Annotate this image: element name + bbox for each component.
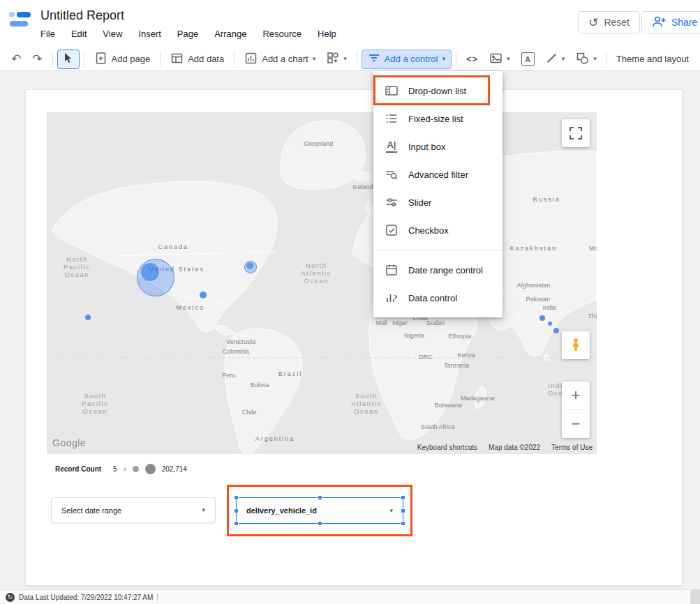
looker-studio-app: Untitled Report File Edit View Insert Pa…: [0, 0, 700, 604]
line-icon: [546, 52, 558, 66]
legend-bubble-small: [124, 468, 126, 471]
app-header: Untitled Report File Edit View Insert Pa…: [0, 0, 700, 47]
advanced-filter-icon: [385, 167, 399, 181]
reset-button[interactable]: ↺ Reset: [578, 11, 640, 33]
data-studio-logo-icon[interactable]: [8, 10, 32, 31]
legend-bubble-medium: [133, 466, 139, 472]
report-canvas: GreenlandIcelandCanadaUnited StatesMexic…: [0, 71, 700, 589]
menu-file[interactable]: File: [40, 29, 55, 39]
fullscreen-button[interactable]: [562, 119, 590, 147]
chevron-down-icon: ▾: [442, 56, 445, 62]
chevron-down-icon: ▾: [313, 56, 316, 62]
text-tool-button[interactable]: A: [516, 50, 540, 69]
scrollbar-corner: [690, 590, 700, 604]
menu-arrange[interactable]: Arrange: [214, 29, 246, 39]
zoom-out-button[interactable]: −: [562, 410, 590, 438]
map-bubble: [539, 315, 545, 321]
map-bubble: [246, 262, 253, 269]
date-range-control[interactable]: Select date range ▾: [51, 497, 216, 523]
redo-icon: ↷: [32, 53, 42, 65]
selection-handle[interactable]: [234, 495, 239, 500]
menu-item-input-box[interactable]: A| Input box: [373, 133, 502, 160]
select-tool-button[interactable]: [57, 50, 80, 69]
google-maps-logo: Google: [52, 437, 86, 448]
menu-item-label: Advanced filter: [408, 169, 468, 180]
menu-divider: [373, 250, 502, 250]
fixed-size-list-icon: [385, 112, 399, 126]
add-control-menu: Drop-down list Fixed-size list A| Input …: [373, 71, 502, 317]
add-data-button[interactable]: Add data: [165, 50, 230, 69]
add-chart-icon: [244, 52, 258, 67]
add-data-label: Add data: [188, 54, 224, 64]
menu-item-drop-down-list[interactable]: Drop-down list: [373, 77, 502, 105]
dropdown-list-control-selected[interactable]: delivery_vehicle_id ▾: [236, 497, 403, 524]
pegman-button[interactable]: [562, 331, 590, 359]
menu-page[interactable]: Page: [177, 29, 198, 39]
redo-button[interactable]: ↷: [27, 50, 47, 69]
chevron-down-icon: ▾: [389, 508, 393, 514]
menu-insert[interactable]: Insert: [138, 29, 161, 39]
map-bubble: [200, 292, 207, 299]
selection-handle[interactable]: [401, 495, 405, 500]
menu-item-label: Drop-down list: [408, 86, 466, 96]
legend-bubble-large: [145, 464, 156, 474]
selection-handle[interactable]: [401, 521, 405, 526]
image-tool-button[interactable]: ▾: [484, 50, 516, 69]
share-button[interactable]: Share: [641, 11, 700, 33]
selection-handle[interactable]: [234, 508, 239, 513]
text-icon: A: [521, 52, 535, 66]
menu-item-label: Data control: [408, 293, 457, 303]
toolbar-divider: [606, 52, 606, 66]
undo-button[interactable]: ↶: [6, 50, 27, 69]
selection-handle[interactable]: [234, 521, 239, 526]
menu-edit[interactable]: Edit: [71, 29, 87, 39]
theme-label: Theme and layout: [616, 54, 689, 64]
keyboard-shortcuts-link[interactable]: Keyboard shortcuts: [417, 444, 477, 451]
line-tool-button[interactable]: ▾: [540, 50, 571, 69]
selection-handle[interactable]: [401, 508, 405, 513]
add-chart-button[interactable]: Add a chart ▾: [239, 50, 321, 69]
toolbar-divider: [84, 52, 84, 66]
menu-item-label: Checkbox: [408, 225, 449, 236]
report-title[interactable]: Untitled Report: [40, 8, 124, 23]
fullscreen-icon: [568, 126, 583, 141]
data-control-icon: [385, 291, 399, 305]
selection-handle[interactable]: [318, 495, 322, 500]
add-page-button[interactable]: Add page: [89, 50, 156, 69]
code-icon: <>: [466, 54, 478, 64]
cursor-icon: [64, 52, 73, 66]
terms-of-use-link[interactable]: Terms of Use: [551, 444, 593, 451]
add-page-label: Add page: [112, 54, 151, 64]
menu-item-advanced-filter[interactable]: Advanced filter: [373, 160, 502, 188]
menu-item-checkbox[interactable]: Checkbox: [373, 216, 502, 244]
menu-item-slider[interactable]: Slider: [373, 188, 502, 216]
date-range-label: Select date range: [61, 506, 121, 515]
menu-help[interactable]: Help: [318, 29, 336, 39]
status-divider: [157, 594, 158, 601]
chevron-down-icon: ▾: [593, 56, 597, 62]
selection-handle[interactable]: [318, 521, 322, 526]
toolbar-divider: [357, 52, 357, 66]
menu-item-data-control[interactable]: Data control: [373, 284, 502, 312]
menu-view[interactable]: View: [103, 29, 122, 39]
legend-min-value: 5: [113, 465, 117, 473]
image-icon: [489, 52, 502, 66]
slider-icon: [385, 195, 399, 209]
add-chart-label: Add a chart: [262, 54, 308, 64]
share-label: Share: [671, 17, 697, 28]
dropdown-field-label: delivery_vehicle_id: [246, 506, 317, 515]
zoom-in-button[interactable]: +: [562, 382, 590, 409]
add-control-button[interactable]: Add a control ▾: [362, 50, 452, 69]
theme-and-layout-button[interactable]: Theme and layout: [611, 50, 694, 69]
bubble-map-chart[interactable]: GreenlandIcelandCanadaUnited StatesMexic…: [47, 112, 597, 454]
shape-tool-button[interactable]: ▾: [570, 50, 602, 69]
map-bubble: [548, 322, 552, 326]
report-page[interactable]: GreenlandIcelandCanadaUnited StatesMexic…: [25, 89, 683, 586]
menu-item-fixed-size-list[interactable]: Fixed-size list: [373, 105, 502, 133]
menu-item-date-range-control[interactable]: Date range control: [373, 256, 502, 284]
embed-url-button[interactable]: <>: [461, 50, 484, 69]
community-visualizations-button[interactable]: ▾: [321, 50, 352, 69]
chevron-down-icon: ▾: [343, 56, 347, 62]
menu-resource[interactable]: Resource: [262, 29, 301, 39]
menubar: File Edit View Insert Page Arrange Resou…: [40, 29, 336, 39]
